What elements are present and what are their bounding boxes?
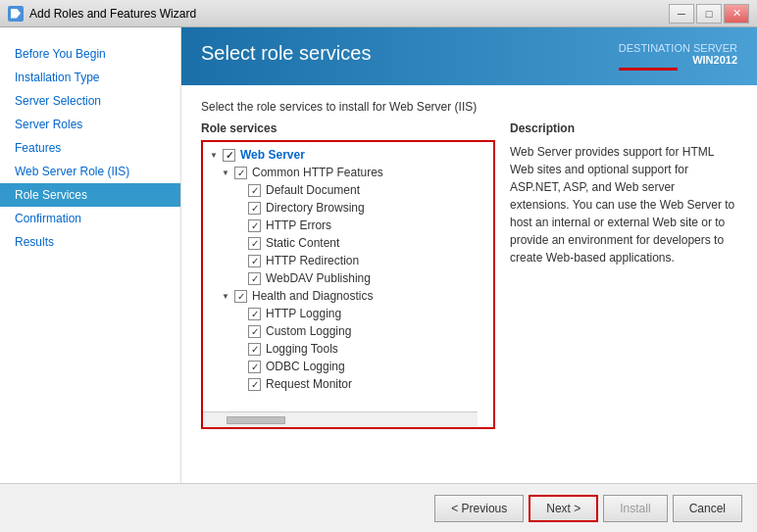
tree-item-label: Common HTTP Features: [252, 166, 383, 179]
tree-item-label: WebDAV Publishing: [266, 271, 371, 285]
tree-item-logging-tools[interactable]: Logging Tools: [203, 340, 493, 358]
tree-item-label: Default Document: [266, 183, 360, 197]
maximize-button[interactable]: □: [696, 4, 722, 24]
app-icon: [8, 6, 24, 22]
close-button[interactable]: ✕: [724, 4, 749, 24]
tree-item-label: HTTP Logging: [266, 307, 341, 320]
checkbox[interactable]: [223, 149, 235, 162]
tree-item-label: HTTP Errors: [266, 218, 331, 232]
tree-item-http-redirection[interactable]: HTTP Redirection: [203, 252, 493, 269]
expand-icon[interactable]: ▼: [207, 148, 221, 162]
tree-item-label: ODBC Logging: [266, 360, 345, 373]
tree-item-label: Directory Browsing: [266, 201, 365, 215]
title-bar-title: Add Roles and Features Wizard: [29, 7, 196, 21]
tree-item-request-monitor[interactable]: Request Monitor: [203, 375, 493, 393]
sidebar-item-before-you-begin[interactable]: Before You Begin: [0, 42, 180, 66]
title-bar: Add Roles and Features Wizard ─ □ ✕: [0, 0, 757, 27]
sidebar: Before You BeginInstallation TypeServer …: [0, 27, 181, 532]
sidebar-item-installation-type[interactable]: Installation Type: [0, 66, 180, 89]
checkbox[interactable]: [248, 361, 261, 373]
tree-item-label: Logging Tools: [266, 342, 338, 356]
tree-item-static-content[interactable]: Static Content: [203, 234, 493, 252]
dest-value: WIN2012: [619, 54, 737, 66]
tree-panel: ▼Web Server▼Common HTTP FeaturesDefault …: [201, 140, 495, 429]
checkbox[interactable]: [234, 290, 247, 303]
checkbox[interactable]: [248, 184, 261, 197]
checkbox[interactable]: [248, 378, 261, 391]
checkbox[interactable]: [248, 308, 261, 320]
tree-item-custom-logging[interactable]: Custom Logging: [203, 322, 493, 340]
checkbox[interactable]: [248, 237, 261, 250]
tree-item-web-server[interactable]: ▼Web Server: [203, 146, 493, 164]
checkbox[interactable]: [248, 255, 261, 267]
tree-item-http-errors[interactable]: HTTP Errors: [203, 217, 493, 234]
role-services-label: Role services: [201, 121, 495, 135]
dest-bar: [619, 68, 678, 71]
checkbox[interactable]: [248, 325, 261, 338]
expand-icon[interactable]: ▼: [219, 166, 232, 179]
sidebar-item-features[interactable]: Features: [0, 136, 180, 160]
tree-item-odbc-logging[interactable]: ODBC Logging: [203, 358, 493, 375]
description-text: Web Server provides support for HTML Web…: [510, 143, 737, 266]
tree-item-label: Static Content: [266, 236, 339, 250]
checkbox[interactable]: [248, 272, 261, 285]
sidebar-item-results[interactable]: Results: [0, 230, 180, 254]
checkbox[interactable]: [234, 167, 247, 179]
content-area: Select role services DESTINATION SERVER …: [181, 27, 757, 532]
tree-item-label: Request Monitor: [266, 377, 352, 391]
tree-item-label: Health and Diagnostics: [252, 289, 373, 303]
instruction-text: Select the role services to install for …: [201, 100, 737, 114]
sidebar-item-server-roles[interactable]: Server Roles: [0, 113, 180, 136]
tree-item-common-http-features[interactable]: ▼Common HTTP Features: [203, 164, 493, 181]
checkbox[interactable]: [248, 202, 261, 215]
tree-item-directory-browsing[interactable]: Directory Browsing: [203, 199, 493, 217]
tree-item-webdav-publishing[interactable]: WebDAV Publishing: [203, 269, 493, 287]
tree-item-http-logging[interactable]: HTTP Logging: [203, 305, 493, 322]
checkbox[interactable]: [248, 219, 261, 232]
sidebar-item-web-server-role-(iis)[interactable]: Web Server Role (IIS): [0, 160, 180, 183]
page-title: Select role services: [201, 42, 371, 65]
description-panel: Description Web Server provides support …: [510, 121, 737, 455]
minimize-button[interactable]: ─: [669, 4, 694, 24]
dest-label: DESTINATION SERVER: [619, 42, 737, 54]
page-header: Select role services DESTINATION SERVER …: [181, 27, 757, 85]
tree-item-label: Web Server: [240, 148, 305, 162]
expand-icon[interactable]: ▼: [219, 289, 232, 303]
tree-item-label: Custom Logging: [266, 324, 351, 338]
bottom-bar: < Previous Next > Install Cancel: [0, 483, 757, 532]
checkbox[interactable]: [248, 343, 261, 356]
tree-item-label: HTTP Redirection: [266, 254, 359, 267]
install-button[interactable]: Install: [603, 495, 667, 522]
sidebar-item-server-selection[interactable]: Server Selection: [0, 89, 180, 113]
sidebar-item-role-services: Role Services: [0, 183, 180, 207]
sidebar-item-confirmation[interactable]: Confirmation: [0, 207, 180, 230]
description-title: Description: [510, 121, 737, 135]
cancel-button[interactable]: Cancel: [673, 495, 742, 522]
tree-item-default-document[interactable]: Default Document: [203, 181, 493, 199]
previous-button[interactable]: < Previous: [434, 495, 524, 522]
next-button[interactable]: Next >: [529, 495, 598, 522]
tree-item-health-and-diagnostics[interactable]: ▼Health and Diagnostics: [203, 287, 493, 305]
